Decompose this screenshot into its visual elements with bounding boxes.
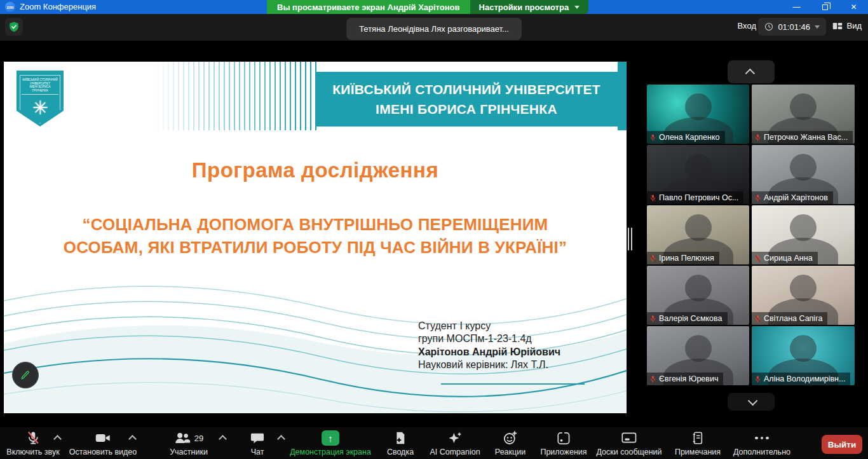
- muted-mic-icon: [649, 375, 656, 383]
- chevron-up-icon: [745, 68, 755, 78]
- whiteboards-button[interactable]: Доски сообщений: [596, 430, 661, 456]
- shield-check-icon: [8, 21, 20, 32]
- participants-count: 29: [194, 434, 203, 443]
- chat-button[interactable]: Чат: [250, 430, 265, 456]
- muted-mic-icon: [754, 194, 761, 202]
- leave-button[interactable]: Выйти: [822, 435, 862, 454]
- window-titlebar: zm Zoom Конференция Вы просматриваете эк…: [0, 0, 868, 14]
- slide-title: Програма дослідження: [4, 158, 627, 182]
- whiteboard-icon: [621, 431, 637, 445]
- participant-name-tag: Павло Петрович Ос...: [647, 191, 743, 204]
- university-name-banner: КИЇВСЬКИЙ СТОЛИЧНИЙ УНІВЕРСИТЕТ ІМЕНІ БО…: [315, 72, 618, 127]
- share-screen-icon: ↑: [322, 430, 339, 446]
- window-title: Zoom Конференция: [20, 2, 96, 11]
- view-settings-label: Настройки просмотра: [479, 3, 569, 12]
- clock-icon: [764, 22, 773, 31]
- ai-companion-button[interactable]: AI Companion: [430, 430, 480, 456]
- participant-name: Сирица Анна: [764, 254, 813, 263]
- teal-underline: [441, 383, 585, 385]
- muted-mic-icon: [649, 254, 656, 263]
- camera-icon: [95, 431, 111, 445]
- participant-tile[interactable]: Андрій Харітонов: [752, 145, 855, 204]
- student-line: групи МОСПм-1-23-1.4д: [418, 332, 560, 345]
- participant-name-tag: Андрій Харітонов: [752, 191, 833, 204]
- chevron-down-icon: [815, 25, 820, 29]
- notes-button[interactable]: Примечания: [675, 430, 721, 456]
- view-label: Вид: [846, 21, 862, 31]
- summary-label: Сводка: [387, 448, 414, 456]
- participants-options-caret[interactable]: [219, 435, 227, 443]
- participant-tile[interactable]: Аліна Володимирівн...: [752, 326, 855, 385]
- close-button[interactable]: ✕: [839, 0, 868, 14]
- share-screen-button[interactable]: ↑ Демонстрация экрана: [290, 430, 371, 456]
- flower-emblem-icon: ✳: [32, 97, 48, 119]
- gallery-scroll-up-button[interactable]: [728, 60, 775, 83]
- restore-icon: [822, 4, 828, 10]
- supervisor-line: Науковий керівник: Лях Т.Л.: [418, 359, 560, 371]
- student-name: Харітонов Андрій Юрійович: [418, 346, 560, 359]
- security-shield-button[interactable]: [5, 18, 23, 36]
- university-logo: КИЇВСЬКИЙ СТОЛИЧНИЙ УНІВЕРСИТЕТ ІМЕНІ БО…: [17, 71, 64, 127]
- participant-name: Ірина Пелюхня: [659, 254, 714, 263]
- muted-mic-icon: [754, 375, 761, 383]
- participant-name: Петрочко Жанна Вас...: [764, 133, 848, 142]
- minimize-button[interactable]: —: [782, 0, 811, 14]
- reactions-button[interactable]: Реакции: [495, 430, 526, 456]
- participants-label: Участники: [170, 448, 208, 456]
- reactions-label: Реакции: [495, 448, 526, 456]
- chevron-down-icon: [574, 6, 580, 9]
- chat-icon: [250, 431, 265, 445]
- muted-mic-icon: [649, 315, 656, 323]
- share-screen-label: Демонстрация экрана: [290, 448, 371, 456]
- apps-button[interactable]: Приложения: [540, 430, 587, 456]
- ai-companion-label: AI Companion: [430, 448, 480, 456]
- participant-name-tag: Петрочко Жанна Вас...: [752, 131, 853, 144]
- reactions-smiley-icon: [503, 430, 518, 446]
- apps-icon: [556, 431, 571, 446]
- chat-options-caret[interactable]: [277, 435, 285, 443]
- participant-name: Світлана Сапіга: [764, 314, 822, 323]
- participant-name-tag: Валерія Сємкова: [647, 312, 728, 325]
- participant-tile[interactable]: Ірина Пелюхня: [647, 205, 749, 264]
- participants-button[interactable]: 29 Участники: [170, 430, 208, 456]
- meeting-topbar: Тетяна Леонідівна Лях разговаривает... В…: [0, 14, 868, 41]
- annotate-button[interactable]: [12, 362, 39, 388]
- university-logo-inner: КИЇВСЬКИЙ СТОЛИЧНИЙ УНІВЕРСИТЕТ ІМЕНІ БО…: [20, 75, 60, 123]
- participant-name-tag: Олена Карпенко: [647, 131, 725, 144]
- participant-name-tag: Сирица Анна: [752, 252, 818, 264]
- striped-transition-band: [153, 62, 316, 130]
- participant-tile[interactable]: Сирица Анна: [752, 205, 855, 264]
- university-logo-text: КИЇВСЬКИЙ СТОЛИЧНИЙ УНІВЕРСИТЕТ ІМЕНІ БО…: [22, 78, 58, 95]
- zoom-meeting-window: zm Zoom Конференция Вы просматриваете эк…: [0, 0, 868, 459]
- stop-video-button[interactable]: Остановить видео: [69, 430, 137, 456]
- screen-view-banner: Вы просматриваете экран Андрій Харітонов…: [267, 0, 588, 14]
- participant-tile[interactable]: Світлана Сапіга: [752, 266, 855, 325]
- restore-button[interactable]: [811, 0, 839, 14]
- student-line: Студент І курсу: [418, 320, 560, 332]
- summary-button[interactable]: Сводка: [387, 430, 414, 456]
- slide-subtitle: “СОЦІАЛЬНА ДОПОМОГА ВНУТРІШНЬО ПЕРЕМІЩЕН…: [4, 213, 627, 259]
- muted-mic-icon: [754, 134, 761, 142]
- participant-name: Валерія Сємкова: [659, 314, 722, 323]
- zoom-logo-icon: zm: [5, 2, 15, 12]
- participant-name: Євгенія Юревич: [659, 374, 718, 383]
- unmute-label: Включить звук: [6, 448, 59, 456]
- login-button[interactable]: Вход: [738, 21, 756, 31]
- muted-mic-icon: [649, 134, 656, 142]
- participant-tile[interactable]: Павло Петрович Ос...: [647, 145, 749, 204]
- more-button[interactable]: Дополнительно: [733, 430, 790, 456]
- view-settings-button[interactable]: Настройки просмотра: [470, 0, 589, 14]
- teal-edge-band: [618, 62, 627, 130]
- unmute-button[interactable]: Включить звук: [6, 430, 59, 456]
- panel-resize-handle[interactable]: [627, 228, 633, 250]
- more-label: Дополнительно: [733, 448, 790, 456]
- participant-tile[interactable]: Валерія Сємкова: [647, 266, 749, 325]
- participant-tile[interactable]: Петрочко Жанна Вас...: [752, 85, 855, 144]
- summary-doc-icon: [393, 430, 407, 446]
- view-button[interactable]: Вид: [832, 21, 862, 31]
- participant-tile[interactable]: Олена Карпенко: [647, 85, 749, 144]
- meeting-timer[interactable]: 01:01:46: [758, 18, 826, 36]
- participant-tile[interactable]: Євгенія Юревич: [647, 326, 749, 385]
- gallery-scroll-down-button[interactable]: [728, 393, 775, 411]
- participant-name-tag: Євгенія Юревич: [647, 373, 723, 385]
